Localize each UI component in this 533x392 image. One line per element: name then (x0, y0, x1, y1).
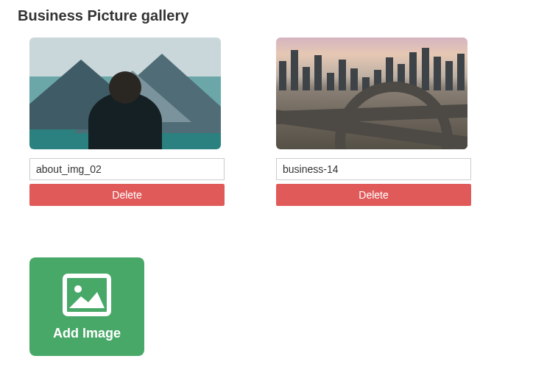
image-icon (62, 273, 112, 317)
page-title: Business Picture gallery (15, 7, 518, 24)
gallery-item: Delete (276, 38, 471, 206)
delete-button[interactable]: Delete (276, 184, 471, 206)
add-image-button[interactable]: Add Image (29, 257, 144, 356)
svg-rect-0 (65, 276, 109, 314)
svg-point-1 (74, 285, 82, 293)
filename-input[interactable] (29, 158, 225, 180)
gallery-thumbnail[interactable] (29, 38, 221, 149)
gallery-row: Delete (15, 38, 518, 206)
delete-button[interactable]: Delete (29, 184, 225, 206)
add-image-label: Add Image (53, 326, 121, 341)
gallery-thumbnail[interactable] (276, 38, 467, 149)
filename-input[interactable] (276, 158, 471, 180)
gallery-item: Delete (29, 38, 225, 206)
